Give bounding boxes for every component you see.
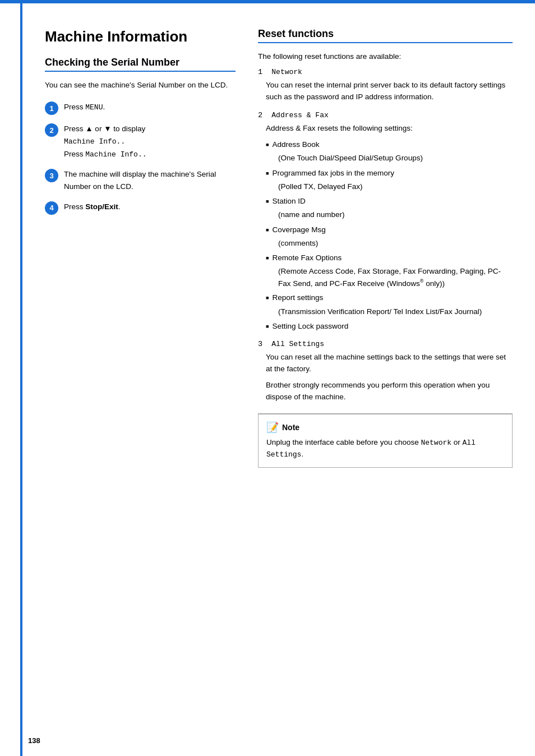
report-settings-sub: (Transmission Verification Report/ Tel I… — [258, 306, 513, 317]
step-2-content: Press ▲ or ▼ to display Machine Info.. P… — [64, 123, 146, 160]
bullet-coverpage: Coverpage Msg — [266, 224, 513, 236]
step-1-circle: 1 — [45, 102, 58, 115]
page-number: 138 — [28, 736, 40, 745]
bullet-remote-fax-list: Remote Fax Options — [258, 252, 513, 264]
bullet-programmed-fax-label: Programmed fax jobs in the memory — [272, 168, 394, 179]
bullet-setting-lock-label: Setting Lock password — [272, 321, 348, 332]
address-book-sub: (One Touch Dial/Speed Dial/Setup Groups) — [258, 153, 513, 164]
remote-fax-sub: (Remote Access Code, Fax Storage, Fax Fo… — [258, 266, 513, 289]
reset-item-1-label: 1 Network — [258, 68, 513, 76]
reset-item-1: 1 Network You can reset the internal pri… — [258, 68, 513, 103]
note-header: 📝 Note — [266, 421, 504, 434]
bullet-remote-fax-label: Remote Fax Options — [272, 252, 342, 264]
note-text: Unplug the interface cable before you ch… — [266, 437, 504, 460]
bullet-station-id-label: Station ID — [272, 196, 305, 207]
reset-item-2: 2 Address & Fax Address & Fax resets the… — [258, 111, 513, 332]
step-4-content: Press Stop/Exit. — [64, 201, 121, 213]
bullet-setting-lock: Setting Lock password — [266, 321, 513, 332]
bullet-station-id-list: Station ID — [258, 196, 513, 207]
right-column: Reset functions The following reset func… — [258, 28, 513, 734]
bullet-programmed-fax-list: Programmed fax jobs in the memory — [258, 168, 513, 179]
reset-intro: The following reset functions are availa… — [258, 51, 513, 62]
note-network-code: Network — [421, 439, 451, 447]
bullet-report-settings-label: Report settings — [272, 292, 323, 303]
machine-info-code-1: Machine Info.. — [64, 137, 125, 146]
bullet-coverpage-label: Coverpage Msg — [272, 224, 325, 236]
reset-item-2-desc: Address & Fax resets the following setti… — [258, 123, 513, 135]
page-container: Machine Information Checking the Serial … — [0, 0, 535, 756]
address-fax-bullets: Address Book — [258, 139, 513, 150]
bullet-remote-fax: Remote Fax Options — [266, 252, 513, 264]
step-2-circle: 2 — [45, 123, 58, 137]
reset-item-1-desc: You can reset the internal print server … — [258, 80, 513, 103]
bullet-address-book-label: Address Book — [272, 139, 319, 150]
top-bar — [0, 0, 535, 3]
reset-item-2-label: 2 Address & Fax — [258, 111, 513, 119]
step-2: 2 Press ▲ or ▼ to display Machine Info..… — [45, 123, 236, 160]
station-id-sub: (name and number) — [258, 209, 513, 220]
address-fax-code: Address & Fax — [271, 111, 328, 119]
note-box: 📝 Note Unplug the interface cable before… — [258, 413, 513, 468]
reset-functions-title: Reset functions — [258, 28, 513, 43]
reset-item-3-desc: You can reset all the machine settings b… — [258, 352, 513, 375]
serial-intro: You can see the machine's Serial Number … — [45, 80, 236, 91]
reset-item-3: 3 All Settings You can reset all the mac… — [258, 340, 513, 403]
content-area: Machine Information Checking the Serial … — [22, 0, 535, 756]
bullet-report-settings-list: Report settings — [258, 292, 513, 303]
step-3: 3 The machine will display the machine's… — [45, 168, 236, 192]
stop-exit-bold: Stop/Exit — [85, 202, 118, 211]
checking-serial-section-title: Checking the Serial Number — [45, 57, 236, 72]
step-3-circle: 3 — [45, 169, 58, 182]
page-title: Machine Information — [45, 28, 236, 45]
all-settings-code: All Settings — [271, 340, 324, 348]
step-4-circle: 4 — [45, 201, 58, 215]
bullet-report-settings: Report settings — [266, 292, 513, 303]
bullet-station-id: Station ID — [266, 196, 513, 207]
network-code: Network — [271, 68, 302, 76]
note-title: Note — [282, 423, 299, 432]
menu-code: MENU — [85, 103, 103, 112]
coverpage-sub: (comments) — [258, 238, 513, 249]
left-sidebar — [0, 0, 22, 756]
left-column: Machine Information Checking the Serial … — [45, 28, 236, 734]
reset-item-3-label: 3 All Settings — [258, 340, 513, 348]
step-4: 4 Press Stop/Exit. — [45, 201, 236, 215]
bullet-setting-lock-list: Setting Lock password — [258, 321, 513, 332]
bullet-programmed-fax: Programmed fax jobs in the memory — [266, 168, 513, 179]
reset-item-3-desc2: Brother strongly recommends you perform … — [258, 380, 513, 403]
bullet-coverpage-list: Coverpage Msg — [258, 224, 513, 236]
bullet-address-book: Address Book — [266, 139, 513, 150]
step-3-content: The machine will display the machine's S… — [64, 168, 236, 192]
step-1: 1 Press MENU. — [45, 101, 236, 115]
programmed-fax-sub: (Polled TX, Delayed Fax) — [258, 181, 513, 192]
step-1-content: Press MENU. — [64, 101, 105, 114]
machine-info-code-2: Machine Info.. — [85, 150, 146, 159]
note-icon: 📝 — [266, 421, 279, 434]
